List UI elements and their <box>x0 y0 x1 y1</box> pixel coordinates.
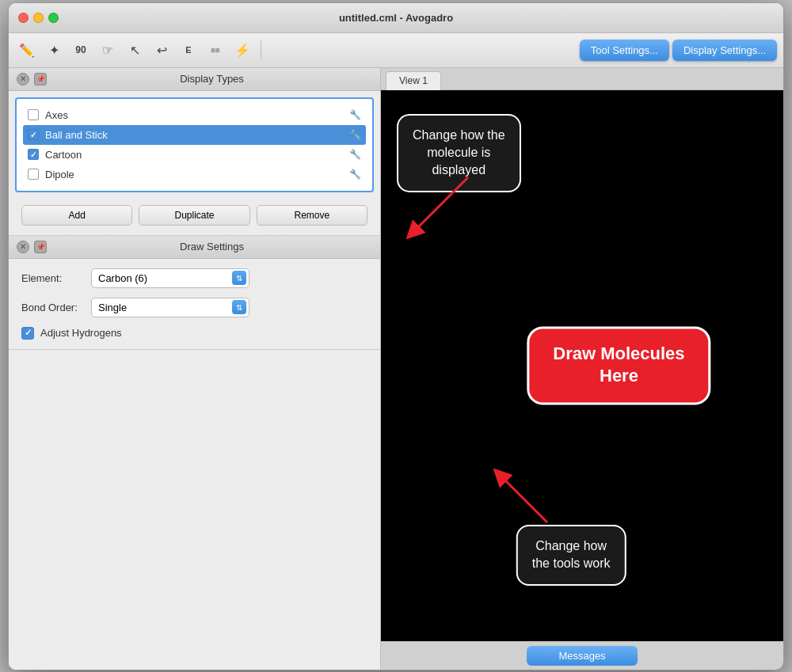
draw-settings-header: ✕ 📌 Draw Settings <box>9 236 380 259</box>
adjust-hydrogens-row[interactable]: Adjust Hydrogens <box>21 327 367 340</box>
element-select-wrapper: Carbon (6) Hydrogen (1) Oxygen (8) Nitro… <box>91 268 249 288</box>
svg-line-3 <box>500 475 547 522</box>
toolbar: ✏️ ✦ 90 ☞ ↖ ↩ E ≡≡ ⚡ Tool Settings... Di… <box>9 33 783 68</box>
app-window: untitled.cml - Avogadro ✏️ ✦ 90 ☞ ↖ ↩ E … <box>8 2 784 670</box>
pencil-icon[interactable]: ✏️ <box>15 38 39 62</box>
axes-wrench-icon[interactable]: 🔧 <box>349 109 361 120</box>
display-item-ball-stick[interactable]: Ball and Stick 🔧 <box>23 125 366 145</box>
dipole-checkbox[interactable] <box>28 169 39 180</box>
tool-settings-button[interactable]: Tool Settings... <box>580 40 669 61</box>
right-panel: View 1 Draw MoleculesHere Change how the… <box>381 68 783 670</box>
tools-work-arrow <box>508 459 634 538</box>
display-types-header: ✕ 📌 Display Types <box>9 68 380 91</box>
bond-order-select[interactable]: Single Double Triple <box>91 298 249 317</box>
display-types-close[interactable]: ✕ <box>17 73 29 85</box>
display-item-cartoon[interactable]: Cartoon 🔧 <box>23 145 366 165</box>
bond-order-select-wrapper: Single Double Triple ⇅ <box>91 298 249 317</box>
bond-order-row: Bond Order: Single Double Triple ⇅ <box>21 298 367 317</box>
bond-order-label: Bond Order: <box>21 302 85 313</box>
display-types-section: ✕ 📌 Display Types Axes 🔧 Ball and Stick … <box>9 68 380 236</box>
molecule-display-arrow <box>460 169 634 264</box>
viewport[interactable]: Draw MoleculesHere Change how themolecul… <box>381 90 783 641</box>
display-item-axes[interactable]: Axes 🔧 <box>23 105 366 125</box>
close-button[interactable] <box>18 13 29 23</box>
draw-settings-close[interactable]: ✕ <box>17 241 29 253</box>
cartoon-wrench-icon[interactable]: 🔧 <box>349 149 361 160</box>
bottom-bar: Messages <box>381 641 783 670</box>
element-row: Element: Carbon (6) Hydrogen (1) Oxygen … <box>21 268 367 288</box>
view-tab-1[interactable]: View 1 <box>386 71 441 90</box>
view-tabs: View 1 <box>381 68 783 90</box>
element-label: Element: <box>21 272 85 284</box>
molecule-display-callout-text: Change how themolecule isdisplayed <box>413 128 505 177</box>
ball-stick-checkbox[interactable] <box>28 129 39 140</box>
draw-molecules-text: Draw MoleculesHere <box>553 344 684 386</box>
window-title: untitled.cml - Avogadro <box>339 12 453 24</box>
cursor-icon[interactable]: ↖ <box>123 38 147 62</box>
axes-label: Axes <box>45 109 343 121</box>
dipole-label: Dipole <box>45 169 343 180</box>
draw-settings-title: Draw Settings <box>51 241 372 252</box>
left-panel: ✕ 📌 Display Types Axes 🔧 Ball and Stick … <box>9 68 381 670</box>
display-types-list: Axes 🔧 Ball and Stick 🔧 Cartoon 🔧 <box>15 97 374 192</box>
axes-checkbox[interactable] <box>28 109 39 120</box>
maximize-button[interactable] <box>48 13 59 23</box>
misc-icon[interactable]: ⚡ <box>230 38 254 62</box>
cartoon-label: Cartoon <box>45 149 343 161</box>
draw-molecules-button[interactable]: Draw MoleculesHere <box>527 326 710 404</box>
display-types-title: Display Types <box>51 73 372 85</box>
add-button[interactable]: Add <box>21 205 132 226</box>
dipole-wrench-icon[interactable]: 🔧 <box>349 169 361 180</box>
minimize-button[interactable] <box>33 13 44 23</box>
display-settings-button[interactable]: Display Settings... <box>672 40 777 61</box>
titlebar: untitled.cml - Avogadro <box>9 3 783 33</box>
main-content: ✕ 📌 Display Types Axes 🔧 Ball and Stick … <box>9 68 783 670</box>
draw-settings-body: Element: Carbon (6) Hydrogen (1) Oxygen … <box>9 259 380 349</box>
display-types-pin[interactable]: 📌 <box>34 73 47 85</box>
duplicate-button[interactable]: Duplicate <box>139 205 249 226</box>
adjust-hydrogens-checkbox[interactable] <box>21 327 34 340</box>
svg-line-1 <box>413 177 468 233</box>
draw-settings-pin[interactable]: 📌 <box>34 241 47 253</box>
ball-stick-label: Ball and Stick <box>45 129 343 141</box>
ball-stick-wrench-icon[interactable]: 🔧 <box>349 129 361 140</box>
traffic-lights <box>18 13 59 23</box>
hand-icon[interactable]: ☞ <box>96 38 120 62</box>
undo-icon[interactable]: ↩ <box>150 38 173 62</box>
star-icon[interactable]: ✦ <box>42 38 66 62</box>
adjust-hydrogens-label: Adjust Hydrogens <box>40 327 122 339</box>
messages-button[interactable]: Messages <box>527 646 637 666</box>
rotate-icon[interactable]: 90 <box>69 38 93 62</box>
display-item-dipole[interactable]: Dipole 🔧 <box>23 165 366 184</box>
tools-work-callout-text: Change howthe tools work <box>532 539 611 570</box>
element-select[interactable]: Carbon (6) Hydrogen (1) Oxygen (8) Nitro… <box>91 268 249 288</box>
display-type-buttons: Add Duplicate Remove <box>9 199 380 235</box>
cartoon-checkbox[interactable] <box>28 149 39 160</box>
bond-icon[interactable]: ≡≡ <box>204 38 227 62</box>
toolbar-divider <box>261 40 261 59</box>
element-icon[interactable]: E <box>177 38 200 62</box>
tools-work-callout: Change howthe tools work <box>516 525 626 586</box>
remove-button[interactable]: Remove <box>257 205 367 226</box>
draw-settings-section: ✕ 📌 Draw Settings Element: Carbon (6) Hy… <box>9 236 380 350</box>
molecule-display-callout: Change how themolecule isdisplayed <box>397 114 521 192</box>
